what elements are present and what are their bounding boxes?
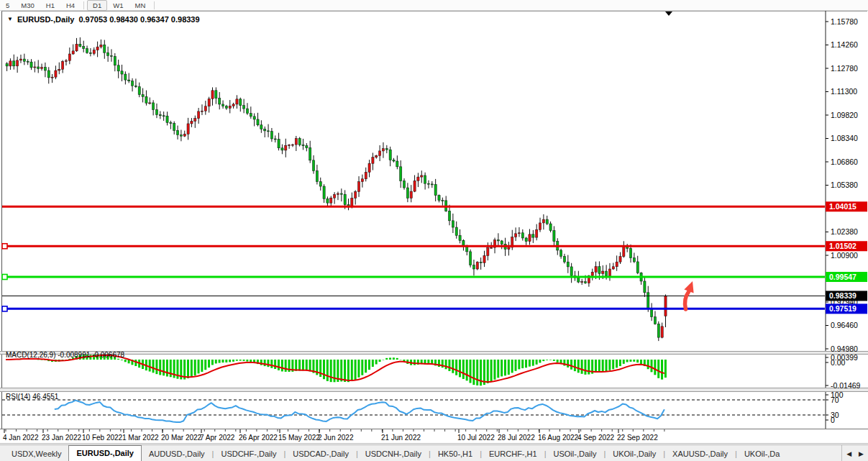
- candle-down: [142, 95, 144, 97]
- macd-histogram-bar: [319, 360, 321, 377]
- toolbar-separator: [154, 1, 155, 9]
- candle-up: [330, 198, 332, 203]
- candle-down: [442, 201, 444, 201]
- candle-up: [372, 158, 374, 164]
- candle-up: [208, 99, 210, 106]
- candle-up: [612, 267, 614, 269]
- chart-tab-usdcnh-daily[interactable]: USDCNH-,Daily: [358, 447, 429, 461]
- macd-histogram-bar: [445, 360, 447, 369]
- chart-tab-hk50-h1[interactable]: HK50-,H1: [431, 447, 480, 461]
- candle-down: [27, 61, 29, 62]
- candle-down: [89, 53, 91, 53]
- buy-arrow-shaft[interactable]: [685, 291, 689, 309]
- macd-histogram-bar: [487, 360, 489, 383]
- candle-down: [253, 117, 255, 119]
- candle-down: [86, 49, 88, 53]
- candle-up: [602, 271, 604, 273]
- candle-down: [316, 171, 318, 182]
- tab-scroll-left-icon[interactable]: ◀: [846, 450, 851, 457]
- candles-layer: [6, 37, 667, 341]
- candle-down: [159, 115, 161, 116]
- candle-down: [553, 231, 555, 242]
- rsi-layer: [2, 400, 825, 422]
- candle-up: [581, 282, 583, 283]
- candle-up: [232, 104, 234, 106]
- timeframe-button-m30[interactable]: M30: [15, 0, 40, 11]
- candle-down: [403, 181, 405, 188]
- candle-down: [525, 238, 527, 242]
- timeframe-button-h4[interactable]: H4: [60, 0, 81, 11]
- macd-histogram-bar: [577, 360, 580, 373]
- date-label: 16 Aug 2022: [538, 434, 579, 442]
- rsi-name: RSI(14): [6, 393, 30, 401]
- macd-histogram-bar: [326, 360, 329, 381]
- candle-up: [357, 182, 360, 192]
- support-line-blue-handle[interactable]: [2, 306, 7, 311]
- candle-down: [636, 262, 639, 273]
- chart-tab-ukoil-da[interactable]: UKOil-,Da: [737, 447, 787, 461]
- timeframe-button-mn[interactable]: MN: [129, 0, 152, 11]
- macd-histogram-bar: [493, 360, 495, 380]
- tab-scroll-controls: ◀ ▶: [841, 445, 868, 461]
- chart-tab-usdchf-daily[interactable]: USDCHF-,Daily: [214, 447, 283, 461]
- macd-histogram-bar: [215, 360, 217, 363]
- resistance-line-2-price-tag-label: 1.01502: [829, 242, 856, 250]
- macd-histogram-bar: [385, 358, 388, 360]
- macd-histogram-bar: [414, 360, 416, 365]
- candle-down: [302, 145, 304, 145]
- candle-down: [274, 139, 276, 140]
- timeframe-button-5[interactable]: 5: [0, 0, 15, 11]
- macd-histogram-bar: [570, 360, 572, 370]
- macd-histogram-bar: [351, 360, 353, 381]
- chart-tab-audusd-daily[interactable]: AUDUSD-,Daily: [142, 447, 212, 461]
- candle-up: [375, 155, 378, 157]
- candle-down: [406, 188, 408, 198]
- candle-down: [532, 234, 534, 237]
- buy-arrow-head[interactable]: [684, 281, 693, 293]
- candle-up: [619, 257, 621, 262]
- timeframe-button-d1[interactable]: D1: [87, 0, 107, 11]
- chart-tab-ukoil-daily[interactable]: UKOil-,Daily: [606, 447, 663, 461]
- macd-axis-label: -0.01469: [831, 381, 861, 390]
- candle-down: [281, 148, 283, 150]
- tab-scroll-right-icon[interactable]: ▶: [859, 450, 864, 457]
- price-tick-label: 1.15780: [831, 17, 858, 26]
- candle-up: [508, 247, 510, 250]
- date-label: 21 Jun 2022: [381, 434, 421, 442]
- symbol-dropdown-icon[interactable]: ▼: [7, 16, 13, 22]
- support-line-green-handle[interactable]: [2, 275, 7, 280]
- price-tick-label: 1.12780: [831, 64, 858, 73]
- candle-up: [365, 172, 367, 178]
- candle-down: [546, 219, 548, 224]
- date-label: 15 May 2022: [278, 434, 320, 442]
- candle-down: [23, 59, 25, 61]
- timeframe-button-w1[interactable]: W1: [107, 0, 129, 11]
- candle-down: [79, 44, 81, 46]
- chart-tab-eurchf-h1[interactable]: EURCHF-,H1: [482, 447, 544, 461]
- candle-up: [62, 61, 64, 69]
- macd-histogram-bar: [274, 360, 276, 369]
- candle-down: [323, 186, 325, 198]
- resistance-line-2-handle[interactable]: [2, 244, 7, 249]
- macd-histogram-bar: [382, 360, 384, 360]
- chart-tab-usdcad-daily[interactable]: USDCAD-,Daily: [285, 447, 356, 461]
- candle-down: [152, 103, 155, 110]
- date-label: 1 Mar 2022: [122, 434, 159, 442]
- candle-down: [170, 122, 172, 123]
- candle-up: [194, 119, 196, 122]
- chart-tab-eurusd-daily[interactable]: EURUSD-,Daily: [68, 445, 141, 461]
- chart-tab-usoil-daily[interactable]: USOil-,Daily: [547, 447, 604, 461]
- candle-down: [424, 175, 426, 183]
- macd-histogram-bar: [191, 360, 193, 377]
- candle-down: [83, 47, 85, 49]
- price-tick-label: 0.94980: [831, 344, 858, 353]
- candle-up: [623, 246, 625, 256]
- chart-tab-xauusd-daily[interactable]: XAUUSD-,Daily: [665, 447, 735, 461]
- timeframe-button-h1[interactable]: H1: [40, 0, 60, 11]
- candle-up: [9, 61, 12, 66]
- macd-histogram-bar: [521, 360, 524, 368]
- chart-tab-usdx-weekly[interactable]: USDX,Weekly: [4, 447, 68, 461]
- macd-histogram-bar: [225, 360, 227, 362]
- macd-histogram-bar: [515, 360, 517, 371]
- candle-down: [584, 282, 586, 283]
